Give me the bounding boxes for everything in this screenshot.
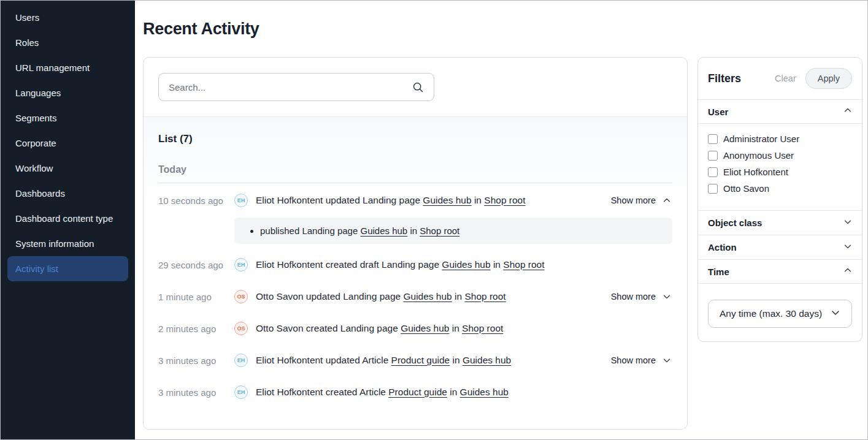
activity-row: 2 minutes agoOSOtto Savon created Landin… <box>158 313 672 344</box>
sidebar-item-corporate[interactable]: Corporate <box>7 131 128 156</box>
content-link[interactable]: Guides hub <box>360 226 407 236</box>
activity-text-segment: in <box>450 355 463 365</box>
chevron-down-icon <box>663 292 671 301</box>
sidebar-item-roles[interactable]: Roles <box>7 30 128 55</box>
content-link[interactable]: Guides hub <box>442 259 490 270</box>
show-more-label: Show more <box>611 195 656 205</box>
sidebar-item-system-information[interactable]: System information <box>7 231 128 256</box>
activity-row: 3 minutes agoEHEliot Hofkontent created … <box>158 376 672 408</box>
activity-timestamp: 1 minute ago <box>158 292 234 302</box>
content-link[interactable]: Product guide <box>391 355 450 365</box>
content-link[interactable]: Shop root <box>484 195 525 205</box>
checkbox[interactable] <box>708 151 718 161</box>
content-link[interactable]: Shop root <box>420 226 459 236</box>
user-avatar: EH <box>234 385 248 399</box>
activity-description: Eliot Hofkontent updated Article Product… <box>256 354 601 367</box>
page-title: Recent Activity <box>143 20 862 39</box>
activity-row: 1 minute agoOSOtto Savon updated Landing… <box>158 281 672 313</box>
content-link[interactable]: Guides hub <box>463 355 511 365</box>
sidebar-item-segments[interactable]: Segments <box>7 105 128 131</box>
user-avatar: EH <box>234 354 248 367</box>
checkbox[interactable] <box>708 134 718 144</box>
sidebar-item-url-management[interactable]: URL management <box>7 55 128 80</box>
search-icon[interactable] <box>412 82 424 93</box>
activity-description: Otto Savon updated Landing page Guides h… <box>256 290 601 303</box>
sidebar-item-activity-list[interactable]: Activity list <box>7 256 128 281</box>
user-filter-option[interactable]: Anonymous User <box>708 147 852 164</box>
clear-filters-button[interactable]: Clear <box>775 74 796 83</box>
show-more-button[interactable]: Show more <box>611 195 672 205</box>
user-filter-option[interactable]: Eliot Hofkontent <box>708 164 852 180</box>
activity-card: List (7) Today 10 seconds agoEHEliot Hof… <box>143 57 688 430</box>
content-link[interactable]: Guides hub <box>403 291 451 302</box>
activity-text-segment: in <box>447 387 460 397</box>
activity-timestamp: 29 seconds ago <box>158 260 234 270</box>
search-input[interactable] <box>169 82 412 93</box>
activity-text-segment: Eliot Hofkontent created draft Landing p… <box>256 259 442 270</box>
activity-text-segment: Eliot Hofkontent created Article <box>256 387 388 397</box>
chevron-down-icon <box>843 218 852 229</box>
sidebar-item-dashboards[interactable]: Dashboards <box>7 181 128 206</box>
content-link[interactable]: Product guide <box>388 387 447 397</box>
content-link[interactable]: Guides hub <box>401 323 449 333</box>
filter-section-user: User Administrator UserAnonymous UserEli… <box>698 99 862 210</box>
content-link[interactable]: Shop root <box>462 323 503 333</box>
activity-text-segment: Otto Savon created Landing page <box>256 323 401 333</box>
show-more-label: Show more <box>611 292 656 302</box>
app-window: UsersRolesURL managementLanguagesSegment… <box>0 0 868 440</box>
activity-text-segment: in <box>449 323 462 333</box>
activity-text-segment: Otto Savon updated Landing page <box>256 291 403 302</box>
filter-section-time-header[interactable]: Time <box>698 260 862 284</box>
sidebar: UsersRolesURL managementLanguagesSegment… <box>1 1 135 439</box>
activity-row: 3 minutes agoEHEliot Hofkontent updated … <box>158 344 672 376</box>
activity-detail-item: published Landing page Guides hub in Sho… <box>260 226 663 236</box>
time-range-select[interactable]: Any time (max. 30 days) <box>708 300 852 328</box>
checkbox-label: Eliot Hofkontent <box>723 167 788 177</box>
sidebar-item-workflow[interactable]: Workflow <box>7 156 128 181</box>
user-filter-option[interactable]: Otto Savon <box>708 180 852 197</box>
activity-text-segment: Eliot Hofkontent updated Article <box>256 355 391 365</box>
time-range-selected-value: Any time (max. 30 days) <box>720 308 822 319</box>
apply-filters-button[interactable]: Apply <box>805 68 852 89</box>
activity-timestamp: 10 seconds ago <box>158 195 234 206</box>
activity-timestamp: 3 minutes ago <box>158 355 234 366</box>
sidebar-item-languages[interactable]: Languages <box>7 80 128 105</box>
filter-section-user-header[interactable]: User <box>698 100 862 124</box>
activity-row: 29 seconds agoEHEliot Hofkontent created… <box>158 249 672 281</box>
activity-description: Eliot Hofkontent created draft Landing p… <box>256 259 672 271</box>
user-avatar: EH <box>234 194 248 207</box>
filters-title: Filters <box>708 72 775 85</box>
user-filter-option[interactable]: Administrator User <box>708 131 852 147</box>
show-more-button[interactable]: Show more <box>611 292 672 302</box>
filter-section-time: Time Any time (max. 30 days) <box>698 259 862 341</box>
sidebar-item-dashboard-content-type[interactable]: Dashboard content type <box>7 206 128 231</box>
list-title: List (7) <box>158 133 672 145</box>
activity-description: Eliot Hofkontent updated Landing page Gu… <box>256 194 601 207</box>
content-link[interactable]: Guides hub <box>423 195 471 205</box>
time-filter-body: Any time (max. 30 days) <box>698 284 862 341</box>
checkbox-label: Anonymous User <box>723 150 794 161</box>
checkbox-label: Administrator User <box>723 134 799 144</box>
search-box[interactable] <box>158 73 434 101</box>
user-filter-options: Administrator UserAnonymous UserEliot Ho… <box>698 124 862 210</box>
checkbox[interactable] <box>708 184 718 194</box>
activity-text-segment: published Landing page <box>260 226 360 236</box>
show-more-label: Show more <box>611 355 656 365</box>
activity-row: 10 seconds agoEHEliot Hofkontent updated… <box>158 184 672 216</box>
user-avatar: EH <box>234 258 248 271</box>
activity-text-segment: in <box>472 195 485 205</box>
content-link[interactable]: Shop root <box>503 259 544 270</box>
content-link[interactable]: Guides hub <box>460 387 509 397</box>
chevron-down-icon <box>663 356 671 365</box>
user-avatar: OS <box>234 322 248 335</box>
show-more-button[interactable]: Show more <box>611 355 672 365</box>
checkbox[interactable] <box>708 167 718 177</box>
content-link[interactable]: Shop root <box>464 291 505 302</box>
filter-section-action-header[interactable]: Action <box>698 235 862 259</box>
filter-section-object-class-header[interactable]: Object class <box>698 211 862 235</box>
filter-section-object-class-label: Object class <box>708 218 762 228</box>
activity-text-segment: in <box>491 259 504 270</box>
filter-section-action: Action <box>698 235 862 259</box>
filters-header: Filters Clear Apply <box>698 58 862 99</box>
sidebar-item-users[interactable]: Users <box>7 5 128 30</box>
